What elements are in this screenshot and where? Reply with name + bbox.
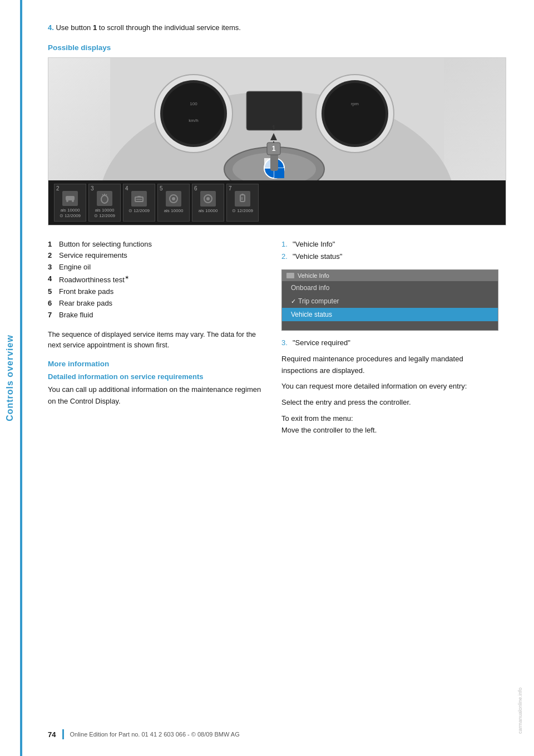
list-item: 1 Button for selecting functions — [48, 239, 265, 251]
sidebar-accent — [20, 0, 22, 756]
svg-rect-34 — [137, 196, 141, 198]
select-text: Select the entry and press the controlle… — [281, 397, 498, 409]
vi-title-icon — [286, 273, 294, 278]
item-label: Engine oil — [59, 262, 265, 273]
dashboard-image: 1 1 100 km/h rpm 2 — [48, 57, 506, 225]
item-num: 7 — [48, 310, 56, 321]
item-icon-5 — [166, 191, 181, 207]
dashboard-main-sketch: 1 1 100 km/h rpm — [48, 58, 506, 180]
svg-text:100: 100 — [190, 101, 197, 106]
list-item: 6 Rear brake pads — [48, 298, 265, 310]
more-information-section: More information Detailed information on… — [48, 360, 265, 408]
svg-text:1: 1 — [272, 145, 276, 153]
list-item: 4 Roadworthiness test✶ — [48, 273, 265, 286]
footer-text: Online Edition for Part no. 01 41 2 603 … — [70, 731, 239, 738]
step-4-number: 4. — [48, 23, 54, 32]
service-item-4: 4 ⊙ 12/2009 — [123, 184, 155, 222]
item-num-2: 2 — [56, 185, 60, 192]
page-footer: 74 Online Edition for Part no. 01 41 2 6… — [20, 729, 534, 739]
item-data-7: ⊙ 12/2009 — [232, 208, 253, 214]
more-information-heading: More information — [48, 360, 265, 368]
detail-info-heading: Detailed information on service requirem… — [48, 372, 265, 381]
item-data-4: ⊙ 12/2009 — [128, 208, 150, 214]
svg-rect-26 — [66, 196, 75, 200]
exit-text: To exit from the menu:Move the controlle… — [281, 413, 498, 436]
more-detail-text: You can request more detailed informatio… — [281, 381, 498, 392]
sidebar-text: Controls overview — [5, 335, 15, 421]
step-4-intro: 4. Use button 1 to scroll through the in… — [48, 22, 506, 33]
svg-line-32 — [106, 194, 107, 195]
list-item: 3 Engine oil — [48, 262, 265, 273]
item-num: 4 — [48, 273, 56, 286]
svg-text:km/h: km/h — [189, 118, 198, 123]
right-column: 1. "Vehicle Info" 2. "Vehicle status" Ve… — [281, 239, 498, 441]
main-content: 4. Use button 1 to scroll through the in… — [20, 0, 534, 756]
item-list: 1 Button for selecting functions 2 Servi… — [48, 239, 265, 321]
vi-titlebar: Vehicle Info — [282, 270, 498, 281]
item-data-6: als 10000 — [199, 208, 218, 214]
item-1-text: "Vehicle Info" — [293, 239, 335, 251]
numbered-list: 1. "Vehicle Info" 2. "Vehicle status" — [281, 239, 498, 263]
item-2-text: "Vehicle status" — [293, 251, 342, 263]
item-num-6: 6 — [194, 185, 197, 192]
item-label: Service requirements — [59, 250, 265, 262]
service-item-3: 3 als 10000⊙ 12/2009 — [88, 184, 121, 222]
item-num: 2 — [48, 250, 56, 262]
item-label: Rear brake pads — [59, 298, 265, 310]
item-num-3: 3 — [91, 185, 94, 192]
svg-point-29 — [101, 195, 108, 203]
left-column: 1 Button for selecting functions 2 Servi… — [48, 239, 265, 441]
numbered-item-1: 1. "Vehicle Info" — [281, 239, 498, 251]
numbered-item-3: 3. "Service required" — [281, 337, 498, 349]
item-icon-7 — [235, 191, 250, 207]
svg-rect-40 — [240, 195, 245, 202]
item-label: Brake fluid — [59, 310, 265, 321]
asterisk-icon: ✶ — [125, 274, 129, 281]
item-num: 6 — [48, 298, 56, 310]
item-num: 3 — [48, 262, 56, 273]
numbered-item-2: 2. "Vehicle status" — [281, 251, 498, 263]
svg-text:rpm: rpm — [351, 101, 359, 106]
item-icon-4 — [131, 191, 147, 207]
sidebar-label-container: Controls overview — [0, 0, 20, 756]
list-item: 5 Front brake pads — [48, 286, 265, 298]
item-data-5: als 10000 — [164, 208, 184, 214]
step-4-text: Use button 1 to scroll through the indiv… — [56, 23, 240, 32]
item-num: 1 — [48, 239, 56, 251]
item-num-7: 7 — [229, 185, 232, 192]
checkmark-icon: ✓ — [291, 298, 296, 305]
service-item-5: 5 als 10000 — [157, 184, 190, 222]
svg-rect-41 — [241, 194, 244, 195]
service-item-7: 7 ⊙ 12/2009 — [226, 184, 259, 222]
item-num-4: 4 — [125, 185, 128, 192]
service-item-2: 2 als 10000⊙ 12/2009 — [54, 184, 86, 222]
list-item: 7 Brake fluid — [48, 310, 265, 321]
svg-point-28 — [72, 200, 74, 202]
list-item: 2 Service requirements — [48, 250, 265, 262]
step-4-bold: 1 — [93, 23, 97, 32]
sequence-note: The sequence of displayed service items … — [48, 330, 265, 351]
num-2: 2. — [281, 251, 290, 263]
svg-point-39 — [206, 197, 210, 200]
svg-point-37 — [172, 197, 175, 200]
vi-title-text: Vehicle Info — [298, 272, 329, 279]
service-item-6: 6 als 10000 — [192, 184, 224, 222]
svg-text:1: 1 — [272, 124, 276, 132]
content-body: 1 Button for selecting functions 2 Servi… — [48, 239, 506, 441]
required-text: Required maintenance procedures and lega… — [281, 354, 498, 377]
svg-point-4 — [163, 83, 224, 144]
svg-line-31 — [102, 194, 103, 195]
watermark: carmanualonline.info — [517, 688, 523, 734]
item-data-3: als 10000⊙ 12/2009 — [94, 208, 115, 218]
item-3-text: "Service required" — [293, 337, 350, 349]
footer-bar-accent — [62, 729, 64, 739]
page: Controls overview 4. Use button 1 to scr… — [0, 0, 534, 756]
dashboard-strip: 2 als 10000⊙ 12/2009 3 als 10000⊙ 12/200… — [48, 180, 506, 225]
item-label: Roadworthiness test✶ — [59, 273, 265, 286]
vi-trip-computer: ✓Trip computer — [282, 294, 498, 308]
possible-displays-heading: Possible displays — [48, 43, 506, 52]
vi-vehicle-status: Vehicle status — [282, 308, 498, 321]
svg-point-27 — [66, 200, 68, 202]
num-3: 3. — [281, 337, 290, 349]
num-1: 1. — [281, 239, 290, 251]
